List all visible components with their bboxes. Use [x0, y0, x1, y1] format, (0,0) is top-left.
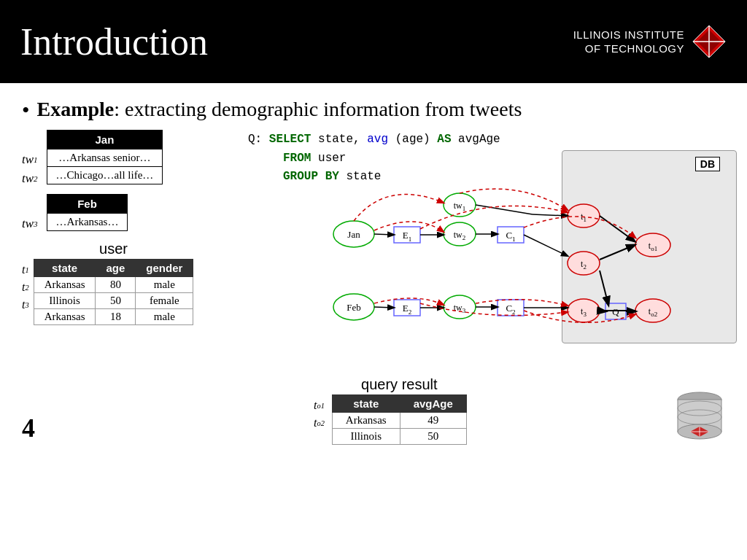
query-result-section: to1 to2 query result state avgAge — [314, 376, 737, 445]
tw3-label: tw3 — [22, 214, 41, 233]
svg-text:C1: C1 — [506, 230, 515, 243]
iit-logo: ILLINOIS INSTITUTE OF TECHNOLOGY — [573, 24, 727, 59]
sql-select: SELECT — [269, 133, 311, 146]
iit-name: ILLINOIS INSTITUTE OF TECHNOLOGY — [573, 28, 684, 56]
content-area: tw1 tw2 Jan …Arkansas senior… …Chicago…a… — [22, 130, 725, 445]
sql-q-label: Q: — [248, 133, 269, 146]
bullet-point: • Example: extracting demographic inform… — [22, 96, 725, 122]
svg-text:E1: E1 — [403, 230, 411, 243]
user-row-2: Illinois 50 female — [34, 293, 193, 309]
user-section: t1 t2 t3 user state age gender — [22, 241, 306, 325]
svg-line-42 — [533, 214, 568, 216]
svg-text:E2: E2 — [403, 303, 411, 316]
bullet-dot: • — [22, 98, 30, 122]
graph-svg: Jan Feb E1 E2 tw1 tw2 — [314, 150, 737, 369]
page-number: 4 — [22, 413, 35, 443]
svg-text:tw1: tw1 — [454, 201, 466, 212]
user-table: state age gender Arkansas 80 male — [34, 259, 194, 325]
slide-title: Introduction — [20, 20, 208, 63]
col-age: age — [96, 260, 136, 277]
feb-header: Feb — [47, 195, 128, 214]
t2-label: t2 — [22, 279, 29, 296]
svg-line-38 — [374, 234, 394, 235]
query-result-label: query result — [361, 376, 438, 393]
svg-line-43 — [374, 307, 394, 308]
svg-text:tw3: tw3 — [454, 303, 466, 314]
svg-text:C2: C2 — [506, 303, 515, 316]
svg-text:Q: Q — [612, 306, 619, 317]
user-row-3: Arkansas 18 male — [34, 309, 193, 325]
sql-from: FROM — [283, 152, 311, 165]
feb-row1: …Arkansas… — [47, 214, 128, 231]
feb-tw-labels: tw3 — [22, 194, 41, 233]
slide-content: • Example: extracting demographic inform… — [0, 83, 747, 452]
svg-text:tw2: tw2 — [454, 230, 466, 241]
qr-col-state: state — [332, 395, 400, 413]
svg-line-49 — [600, 245, 635, 260]
svg-line-40 — [524, 235, 568, 256]
qr-row-labels: to1 to2 — [314, 376, 325, 432]
tw1-label: tw1 — [22, 150, 41, 169]
feb-table: Feb …Arkansas… — [47, 194, 128, 231]
jan-tw-labels: tw1 tw2 — [22, 130, 41, 188]
qr-row-2: Illinois 50 — [332, 429, 466, 445]
database-icon — [674, 386, 725, 445]
user-table-label: user — [99, 241, 128, 257]
feb-section: tw3 Feb …Arkansas… — [22, 194, 306, 233]
t3-label: t3 — [22, 296, 29, 314]
jan-header: Jan — [47, 131, 163, 149]
graph-area: DB Jan — [314, 150, 737, 369]
col-gender: gender — [136, 260, 193, 277]
jan-table: Jan …Arkansas senior… …Chicago…all life… — [47, 130, 163, 184]
user-table-wrap: user state age gender Arkansas — [34, 241, 194, 325]
svg-text:Feb: Feb — [347, 302, 361, 313]
col-state: state — [34, 260, 96, 277]
query-result-table: state avgAge Arkansas 49 Illinois — [332, 394, 467, 445]
qr-table-wrap: query result state avgAge Arkansas 49 — [332, 376, 467, 445]
tw2-label: tw2 — [22, 169, 41, 188]
to2-label: to2 — [314, 414, 325, 432]
jan-row2: …Chicago…all life… — [47, 167, 163, 184]
user-row-1: Arkansas 80 male — [34, 277, 193, 293]
user-row-labels: t1 t2 t3 — [22, 241, 29, 314]
bullet-rest: : extracting demographic information fro… — [114, 98, 522, 120]
jan-row1: …Arkansas senior… — [47, 149, 163, 167]
svg-text:Jan: Jan — [347, 229, 360, 240]
iit-diamond-icon — [692, 24, 727, 59]
qr-col-avgage: avgAge — [400, 395, 466, 413]
bullet-bold: Example — [37, 98, 115, 120]
to1-label: to1 — [314, 397, 325, 414]
svg-line-48 — [600, 216, 635, 241]
t1-label: t1 — [22, 261, 29, 279]
right-panel: DB Jan — [314, 130, 737, 445]
slide-header: Introduction ILLINOIS INSTITUTE OF TECHN… — [0, 0, 747, 83]
svg-line-50 — [600, 271, 608, 305]
qr-row-1: Arkansas 49 — [332, 413, 466, 429]
bullet-text: Example: extracting demographic informat… — [37, 96, 522, 122]
